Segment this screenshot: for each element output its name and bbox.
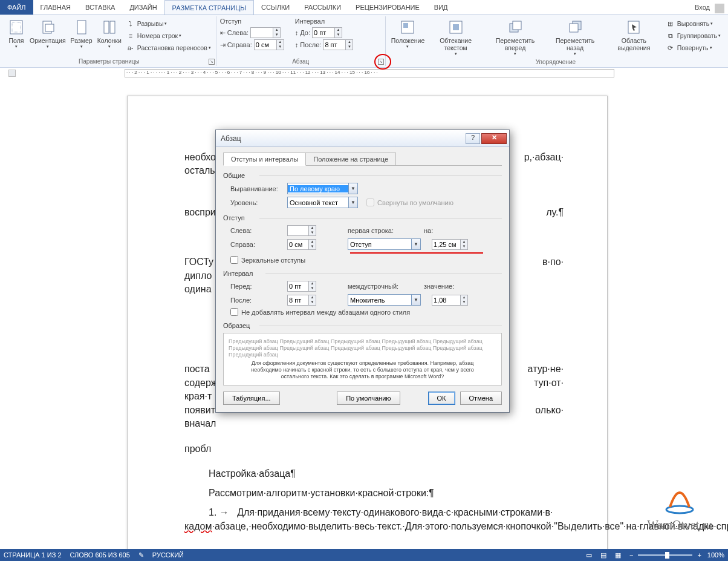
- spacing-heading: Интервал: [295, 18, 354, 25]
- zoom-level[interactable]: 100%: [707, 551, 724, 559]
- bring-forward-button[interactable]: Переместить вперед▾: [485, 18, 545, 57]
- general-section-label: Общие: [223, 172, 502, 179]
- level-label: Уровень:: [230, 199, 284, 206]
- dialog-help-button[interactable]: ?: [466, 133, 480, 144]
- zoom-out-button[interactable]: −: [629, 551, 633, 559]
- orientation-button[interactable]: Ориентация▾: [28, 18, 68, 57]
- position-button[interactable]: Положение▾: [389, 18, 427, 57]
- indent-right-input[interactable]: ▲▼: [254, 39, 284, 50]
- indent-heading: Отступ: [220, 18, 284, 25]
- status-proofing-icon[interactable]: ✎: [138, 551, 144, 559]
- tab-references[interactable]: ССЫЛКИ: [254, 0, 297, 15]
- status-page[interactable]: СТРАНИЦА 1 ИЗ 2: [4, 551, 62, 559]
- alignment-combo[interactable]: ▼: [287, 183, 358, 194]
- dialog-titlebar[interactable]: Абзац ? ✕: [216, 130, 509, 147]
- tab-review[interactable]: РЕЦЕНЗИРОВАНИЕ: [348, 0, 427, 15]
- collapsed-checkbox: Свернуты по умолчанию: [366, 198, 453, 206]
- align-button[interactable]: ⊞Выровнять▾: [665, 18, 722, 30]
- page-setup-launcher[interactable]: ↘: [209, 59, 215, 65]
- tab-insert[interactable]: ВСТАВКА: [78, 0, 122, 15]
- ruler-area: · · · 2 · · · 1 · · · · · · 1 · · · 2 · …: [0, 68, 728, 79]
- svg-rect-6: [110, 21, 115, 33]
- indent-left-icon: ⇤: [220, 29, 226, 37]
- by-spin[interactable]: ▲▼: [432, 239, 468, 250]
- rotate-icon: ⟳: [666, 43, 675, 53]
- columns-button[interactable]: Колонки▾: [96, 18, 123, 57]
- columns-icon: [101, 19, 118, 36]
- zoom-in-button[interactable]: +: [697, 551, 701, 559]
- horizontal-ruler[interactable]: · · · 2 · · · 1 · · · · · · 1 · · · 2 · …: [125, 69, 614, 77]
- login-link[interactable]: Вход: [690, 4, 715, 11]
- user-icon[interactable]: [715, 4, 724, 13]
- svg-rect-4: [77, 21, 86, 34]
- tab-view[interactable]: ВИД: [427, 0, 455, 15]
- first-line-combo[interactable]: ▼: [348, 238, 421, 250]
- indent-section-label: Отступ: [223, 214, 502, 221]
- zoom-slider[interactable]: [638, 554, 692, 556]
- wrap-icon: [447, 19, 464, 36]
- wrap-text-button[interactable]: Обтекание текстом▾: [427, 18, 484, 57]
- indent-left-input[interactable]: ▲▼: [250, 27, 281, 38]
- selection-pane-button[interactable]: Область выделения: [605, 18, 663, 57]
- by-label: на:: [424, 227, 448, 234]
- after-spin[interactable]: ▲▼: [287, 295, 316, 306]
- status-language[interactable]: РУССКИЙ: [152, 551, 184, 559]
- no-space-checkbox[interactable]: Не добавлять интервал между абзацами одн…: [230, 308, 410, 316]
- tab-home[interactable]: ГЛАВНАЯ: [33, 0, 78, 15]
- after-label: После:: [230, 297, 284, 304]
- tab-design[interactable]: ДИЗАЙН: [122, 0, 164, 15]
- dialog-close-button[interactable]: ✕: [481, 133, 507, 144]
- tab-page-layout[interactable]: РАЗМЕТКА СТРАНИЦЫ: [164, 0, 254, 15]
- spacing-before-input[interactable]: ▲▼: [312, 27, 342, 38]
- paragraph-launcher[interactable]: ↘: [378, 59, 384, 65]
- spacing-section-label: Интервал: [223, 270, 502, 277]
- indent-right-spin[interactable]: ▲▼: [287, 239, 316, 250]
- size-button[interactable]: Размер▾: [69, 18, 94, 57]
- indent-right-icon: ⇥: [220, 41, 226, 49]
- ok-button[interactable]: ОК: [428, 392, 455, 405]
- line-spacing-combo[interactable]: ▼: [348, 294, 421, 306]
- svg-rect-5: [104, 21, 109, 33]
- dialog-tab-indents[interactable]: Отступы и интервалы: [223, 153, 306, 166]
- spacing-after-icon: ↕: [295, 41, 299, 48]
- dialog-tab-position[interactable]: Положение на странице: [306, 153, 396, 166]
- indent-left-spin[interactable]: ▲▼: [287, 225, 316, 236]
- ribbon-tabs: ФАЙЛ ГЛАВНАЯ ВСТАВКА ДИЗАЙН РАЗМЕТКА СТР…: [0, 0, 728, 15]
- orientation-icon: [39, 19, 56, 36]
- sample-preview: Предыдущий абзац Предыдущий абзац Предыд…: [223, 333, 502, 385]
- doc-heading: Настройка·абзаца¶: [184, 467, 564, 481]
- mirror-checkbox[interactable]: Зеркальные отступы: [230, 256, 305, 264]
- tabs-button[interactable]: Табуляция...: [223, 392, 280, 405]
- alignment-label: Выравнивание:: [230, 185, 284, 192]
- line-numbers-button[interactable]: ≡Номера строк▾: [125, 30, 212, 42]
- ribbon: Поля▾ Ориентация▾ Размер▾ Колонки▾ ⤵Разр…: [0, 15, 728, 68]
- default-button[interactable]: По умолчанию: [337, 392, 400, 405]
- selection-icon: [625, 19, 642, 36]
- rotate-button[interactable]: ⟳Повернуть▾: [665, 42, 722, 54]
- view-web-icon[interactable]: ▦: [615, 551, 621, 559]
- at-spin[interactable]: ▲▼: [432, 295, 468, 306]
- send-backward-button[interactable]: Переместить назад▾: [547, 18, 603, 57]
- svg-rect-14: [570, 24, 578, 32]
- paragraph-group-label: Абзац: [220, 57, 382, 65]
- spacing-after-input[interactable]: ▲▼: [323, 39, 353, 50]
- ruler-corner: [8, 70, 16, 77]
- group-button[interactable]: ⧉Группировать▾: [665, 30, 722, 42]
- backward-icon: [567, 19, 583, 36]
- margins-button[interactable]: Поля▾: [6, 18, 27, 57]
- tab-mailings[interactable]: РАССЫЛКИ: [297, 0, 348, 15]
- forward-icon: [507, 19, 524, 36]
- watermark-logo-icon: [663, 482, 697, 516]
- doc-paragraph: Рассмотрим·алгоритм·установки·красной·ст…: [184, 487, 564, 500]
- line-numbers-icon: ≡: [126, 31, 135, 41]
- tab-file[interactable]: ФАЙЛ: [0, 0, 33, 15]
- view-print-icon[interactable]: ▤: [600, 551, 606, 559]
- before-spin[interactable]: ▲▼: [287, 281, 316, 292]
- align-icon: ⊞: [666, 19, 675, 28]
- cancel-button[interactable]: Отмена: [460, 392, 502, 405]
- view-read-icon[interactable]: ▭: [586, 551, 592, 559]
- hyphenation-button[interactable]: a-Расстановка переносов▾: [125, 42, 212, 54]
- level-combo[interactable]: ▼: [287, 197, 358, 208]
- breaks-button[interactable]: ⤵Разрывы▾: [125, 18, 212, 30]
- status-words[interactable]: СЛОВО 605 ИЗ 605: [70, 551, 130, 559]
